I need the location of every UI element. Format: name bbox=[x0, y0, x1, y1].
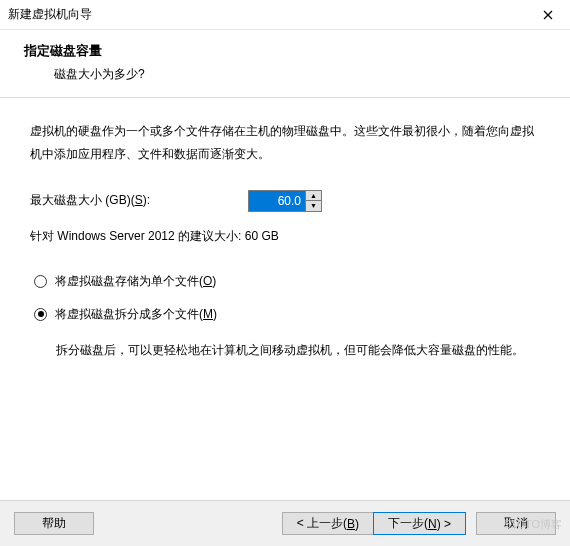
radio-single-label: 将虚拟磁盘存储为单个文件(O) bbox=[55, 273, 216, 290]
page-subtitle: 磁盘大小为多少? bbox=[54, 66, 562, 83]
wizard-content: 虚拟机的硬盘作为一个或多个文件存储在主机的物理磁盘中。这些文件最初很小，随着您向… bbox=[0, 98, 570, 518]
wizard-footer: 帮助 < 上一步(B) 下一步(N) > 取消 51CTO博客 bbox=[0, 500, 570, 546]
help-button[interactable]: 帮助 bbox=[14, 512, 94, 535]
spinner-buttons: ▲ ▼ bbox=[305, 191, 321, 211]
radio-single-file[interactable]: 将虚拟磁盘存储为单个文件(O) bbox=[34, 273, 540, 290]
disk-size-input[interactable] bbox=[249, 191, 305, 211]
close-button[interactable] bbox=[525, 0, 570, 30]
recommended-size-text: 针对 Windows Server 2012 的建议大小: 60 GB bbox=[30, 228, 540, 245]
disk-size-label: 最大磁盘大小 (GB)(S): bbox=[30, 192, 240, 209]
radio-multi-description: 拆分磁盘后，可以更轻松地在计算机之间移动虚拟机，但可能会降低大容量磁盘的性能。 bbox=[56, 339, 540, 362]
back-button[interactable]: < 上一步(B) bbox=[282, 512, 374, 535]
cancel-button[interactable]: 取消 bbox=[476, 512, 556, 535]
page-title: 指定磁盘容量 bbox=[24, 42, 562, 60]
storage-option-group: 将虚拟磁盘存储为单个文件(O) 将虚拟磁盘拆分成多个文件(M) 拆分磁盘后，可以… bbox=[34, 273, 540, 362]
disk-size-row: 最大磁盘大小 (GB)(S): ▲ ▼ bbox=[30, 190, 540, 212]
spinner-down-button[interactable]: ▼ bbox=[306, 201, 321, 211]
titlebar: 新建虚拟机向导 bbox=[0, 0, 570, 30]
wizard-header: 指定磁盘容量 磁盘大小为多少? bbox=[0, 30, 570, 98]
disk-size-spinner[interactable]: ▲ ▼ bbox=[248, 190, 322, 212]
radio-icon bbox=[34, 275, 47, 288]
window-title: 新建虚拟机向导 bbox=[8, 6, 92, 23]
radio-multi-label: 将虚拟磁盘拆分成多个文件(M) bbox=[55, 306, 217, 323]
spinner-up-button[interactable]: ▲ bbox=[306, 191, 321, 202]
radio-multi-file[interactable]: 将虚拟磁盘拆分成多个文件(M) bbox=[34, 306, 540, 323]
radio-icon bbox=[34, 308, 47, 321]
description-text: 虚拟机的硬盘作为一个或多个文件存储在主机的物理磁盘中。这些文件最初很小，随着您向… bbox=[30, 120, 540, 166]
next-button[interactable]: 下一步(N) > bbox=[373, 512, 466, 535]
close-icon bbox=[543, 10, 553, 20]
